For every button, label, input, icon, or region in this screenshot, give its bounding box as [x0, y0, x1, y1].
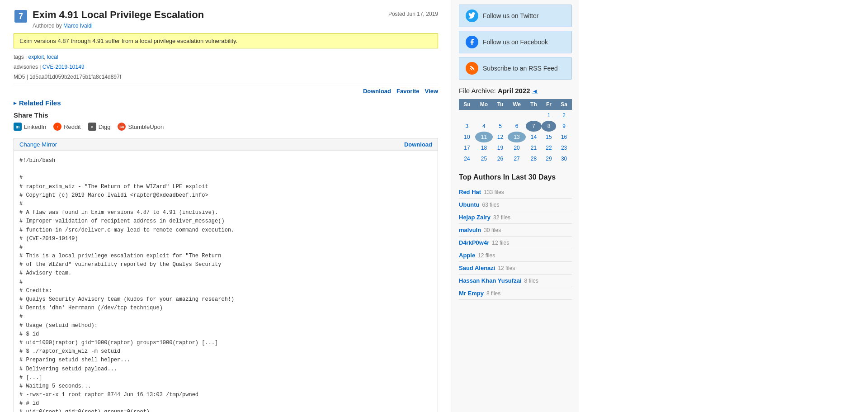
- archive-prev-button[interactable]: ◄: [532, 88, 538, 95]
- favorite-button[interactable]: Favorite: [396, 88, 420, 95]
- author-name-link[interactable]: Red Hat: [459, 189, 481, 195]
- tags-section: tags | exploit, local: [14, 54, 438, 60]
- facebook-label: Follow us on Facebook: [483, 38, 548, 46]
- rss-subscribe-button[interactable]: Subscribe to an RSS Feed: [459, 57, 572, 80]
- author-name-link[interactable]: Apple: [459, 252, 475, 259]
- calendar-day[interactable]: 7: [532, 123, 535, 129]
- reddit-label: Reddit: [64, 123, 81, 130]
- facebook-follow-button[interactable]: Follow us on Facebook: [459, 31, 572, 53]
- calendar-day[interactable]: 8: [547, 123, 551, 129]
- calendar-day[interactable]: 20: [514, 145, 519, 151]
- calendar-day[interactable]: 16: [561, 134, 567, 140]
- archive-nav: ◄: [532, 88, 538, 95]
- author-link[interactable]: Marco Ivaldi: [63, 23, 93, 29]
- calendar-day[interactable]: 9: [562, 123, 566, 129]
- calendar-day[interactable]: 10: [464, 134, 470, 140]
- rss-icon: [466, 62, 478, 75]
- calendar-day[interactable]: 14: [531, 134, 537, 140]
- reddit-icon: r: [53, 123, 61, 131]
- calendar-day[interactable]: 11: [481, 134, 487, 140]
- author-row: Hejap Zairy32 files: [459, 211, 572, 224]
- actions-row: Download Favorite View: [14, 84, 438, 95]
- calendar-day[interactable]: 25: [481, 156, 487, 162]
- change-mirror-button[interactable]: Change Mirror: [19, 141, 57, 148]
- twitter-follow-button[interactable]: Follow us on Twitter: [459, 5, 572, 27]
- related-files-arrow: ▸: [14, 100, 16, 106]
- digg-icon: d: [88, 123, 96, 131]
- author-name-link[interactable]: Mr Empy: [459, 290, 484, 297]
- author-count: 8 files: [486, 290, 500, 297]
- share-section: Share This in LinkedIn r Reddit d Digg S…: [14, 111, 438, 131]
- calendar-day[interactable]: 13: [514, 134, 519, 140]
- calendar-day[interactable]: 18: [481, 145, 487, 151]
- calendar-day[interactable]: 22: [546, 145, 552, 151]
- advisories-section: advisories | CVE-2019-10149: [14, 64, 438, 70]
- calendar-day[interactable]: 29: [546, 156, 552, 162]
- facebook-icon: [466, 36, 478, 48]
- calendar-day[interactable]: 28: [531, 156, 537, 162]
- calendar-day[interactable]: 1: [547, 112, 551, 118]
- author-count: 30 files: [484, 227, 501, 233]
- svg-point-2: [470, 70, 470, 71]
- digg-share-button[interactable]: d Digg: [88, 123, 111, 131]
- calendar-table: SuMoTuWeThFrSa 1234567891011121314151617…: [459, 99, 572, 164]
- author-count: 32 files: [493, 214, 510, 221]
- author-name-link[interactable]: D4rkP0w4r: [459, 239, 489, 246]
- author-count: 8 files: [524, 278, 538, 284]
- twitter-label: Follow us on Twitter: [483, 12, 538, 19]
- calendar-day[interactable]: 23: [561, 145, 567, 151]
- calendar-day[interactable]: 21: [531, 145, 537, 151]
- calendar-day[interactable]: 26: [497, 156, 503, 162]
- author-name-link[interactable]: Ubuntu: [459, 201, 479, 208]
- posted-info: Posted Jun 17, 2019: [388, 9, 438, 17]
- author-name-link[interactable]: malvuln: [459, 227, 481, 233]
- author-row: Apple12 files: [459, 249, 572, 262]
- calendar-day[interactable]: 5: [499, 123, 502, 129]
- author-row: Ubuntu63 files: [459, 199, 572, 211]
- view-button[interactable]: View: [425, 88, 438, 95]
- cve-link[interactable]: CVE-2019-10149: [42, 64, 85, 70]
- svg-text:7: 7: [19, 12, 23, 21]
- article-title: Exim 4.91 Local Privilege Escalation: [33, 9, 388, 21]
- linkedin-share-button[interactable]: in LinkedIn: [14, 123, 46, 131]
- article-meta: Authored by Marco Ivaldi: [33, 23, 388, 29]
- author-row: D4rkP0w4r12 files: [459, 237, 572, 249]
- author-count: 12 files: [478, 252, 495, 259]
- author-count: 63 files: [482, 202, 499, 208]
- tag-exploit[interactable]: exploit: [28, 54, 44, 60]
- calendar-day[interactable]: 19: [497, 145, 503, 151]
- calendar-day[interactable]: 3: [466, 123, 469, 129]
- sidebar: Follow us on Twitter Follow us on Facebo…: [452, 0, 579, 412]
- author-row: Red Hat133 files: [459, 186, 572, 199]
- stumbleupon-label: StumbleUpon: [128, 123, 164, 130]
- author-name-link[interactable]: Hassan Khan Yusufzai: [459, 277, 521, 284]
- calendar-day[interactable]: 6: [515, 123, 519, 129]
- calendar-day[interactable]: 30: [561, 156, 567, 162]
- download-button[interactable]: Download: [363, 88, 391, 95]
- share-title: Share This: [14, 111, 438, 119]
- tag-local[interactable]: local: [47, 54, 58, 60]
- calendar-day[interactable]: 15: [546, 134, 552, 140]
- calendar-day[interactable]: 24: [464, 156, 470, 162]
- file-archive-title: File Archive: April 2022 ◄: [459, 87, 572, 95]
- calendar-day[interactable]: 17: [464, 145, 470, 151]
- calendar-day[interactable]: 12: [497, 134, 503, 140]
- author-count: 12 files: [498, 265, 515, 271]
- author-row: malvuln30 files: [459, 224, 572, 237]
- stumbleupon-share-button[interactable]: Su StumbleUpon: [118, 123, 164, 131]
- calendar-day[interactable]: 2: [562, 112, 566, 118]
- twitter-icon: [466, 9, 478, 22]
- calendar-day[interactable]: 27: [514, 156, 519, 162]
- article-icon: 7: [14, 9, 28, 24]
- code-download-button[interactable]: Download: [404, 141, 432, 148]
- linkedin-label: LinkedIn: [24, 123, 46, 130]
- author-name-link[interactable]: Hejap Zairy: [459, 214, 491, 221]
- calendar-day[interactable]: 4: [482, 123, 486, 129]
- code-header: Change Mirror Download: [14, 138, 438, 151]
- author-row: Hassan Khan Yusufzai8 files: [459, 275, 572, 287]
- author-name-link[interactable]: Saud Alenazi: [459, 265, 495, 271]
- code-section: Change Mirror Download #!/bin/bash # # r…: [14, 138, 438, 412]
- related-files-header[interactable]: ▸ Related Files: [14, 99, 438, 107]
- reddit-share-button[interactable]: r Reddit: [53, 123, 81, 131]
- description-box: Exim versions 4.87 through 4.91 suffer f…: [14, 33, 438, 48]
